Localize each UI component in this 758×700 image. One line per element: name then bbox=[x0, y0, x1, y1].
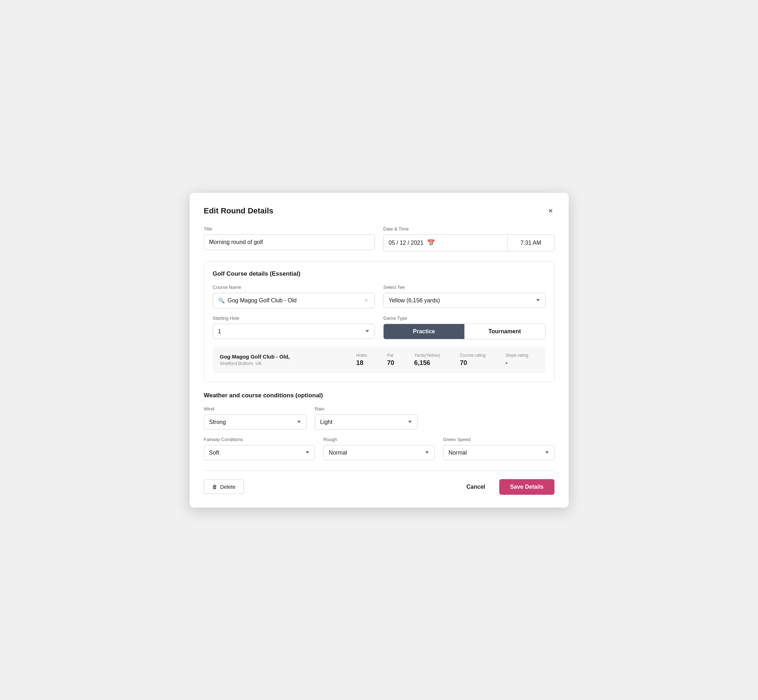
stat-slope-rating: Slope rating - bbox=[495, 353, 538, 367]
course-name-input[interactable] bbox=[228, 293, 363, 308]
starting-hole-dropdown[interactable]: 1 2345 678910 bbox=[213, 324, 375, 339]
course-rating-value: 70 bbox=[460, 359, 467, 367]
course-info-name: Gog Magog Golf Club - Old, Shelford Bott… bbox=[220, 353, 346, 366]
select-tee-label: Select Tee bbox=[383, 284, 545, 290]
weather-row-1: Wind Calm Light Moderate Strong Very Str… bbox=[204, 406, 417, 430]
fairway-wrapper: Soft Normal Hard bbox=[204, 445, 315, 460]
rough-group: Rough Short Normal Long bbox=[324, 437, 434, 460]
rain-wrapper: None Light Moderate Heavy bbox=[315, 414, 417, 430]
game-type-label: Game Type bbox=[383, 316, 545, 321]
stat-par: Par 70 bbox=[377, 353, 404, 367]
fairway-dropdown[interactable]: Soft Normal Hard bbox=[204, 445, 315, 460]
course-name-label: Course Name bbox=[213, 284, 375, 290]
golf-course-section: Golf Course details (Essential) Course N… bbox=[204, 261, 554, 382]
game-type-group: Game Type Practice Tournament bbox=[383, 316, 545, 339]
tournament-button[interactable]: Tournament bbox=[464, 324, 545, 339]
weather-section: Weather and course conditions (optional)… bbox=[204, 392, 554, 460]
course-rating-label: Course rating bbox=[460, 353, 485, 358]
rough-label: Rough bbox=[324, 437, 434, 442]
starting-hole-group: Starting Hole 1 2345 678910 bbox=[213, 316, 375, 339]
weather-title: Weather and course conditions (optional) bbox=[204, 392, 554, 399]
par-label: Par bbox=[387, 353, 394, 358]
rain-label: Rain bbox=[315, 406, 417, 411]
title-field-group: Title bbox=[204, 226, 375, 252]
select-tee-dropdown[interactable]: Yellow (6,156 yards) White Red Blue bbox=[383, 293, 545, 308]
par-value: 70 bbox=[387, 359, 394, 367]
game-type-toggle: Practice Tournament bbox=[383, 324, 545, 339]
green-speed-dropdown[interactable]: Slow Normal Fast bbox=[443, 445, 554, 460]
date-part[interactable]: 05 / 12 / 2021 📅 bbox=[384, 235, 508, 251]
hole-gametype-row: Starting Hole 1 2345 678910 Game Type Pr… bbox=[213, 316, 545, 339]
delete-label: Delete bbox=[220, 484, 236, 490]
green-speed-wrapper: Slow Normal Fast bbox=[443, 445, 554, 460]
date-value: 05 / 12 / 2021 bbox=[388, 240, 423, 246]
green-speed-label: Green Speed bbox=[443, 437, 554, 442]
holes-value: 18 bbox=[356, 359, 363, 367]
modal-header: Edit Round Details × bbox=[204, 206, 554, 216]
yards-value: 6,156 bbox=[414, 359, 430, 367]
wind-wrapper: Calm Light Moderate Strong Very Strong bbox=[204, 414, 306, 430]
course-stats: Holes 18 Par 70 Yards(Yellow) 6,156 Cour… bbox=[346, 353, 539, 367]
trash-icon: 🗑 bbox=[212, 484, 218, 490]
course-name-group: Course Name 🔍 × bbox=[213, 284, 375, 308]
stat-course-rating: Course rating 70 bbox=[450, 353, 495, 367]
wind-label: Wind bbox=[204, 406, 306, 411]
course-name-input-wrapper: 🔍 × bbox=[213, 293, 375, 308]
edit-round-modal: Edit Round Details × Title Date & Time 0… bbox=[190, 193, 568, 508]
stat-yards: Yards(Yellow) 6,156 bbox=[404, 353, 450, 367]
golf-course-title: Golf Course details (Essential) bbox=[213, 270, 545, 277]
clear-course-icon[interactable]: × bbox=[363, 296, 370, 305]
modal-title: Edit Round Details bbox=[204, 206, 274, 216]
wind-group: Wind Calm Light Moderate Strong Very Str… bbox=[204, 406, 306, 430]
fairway-group: Fairway Conditions Soft Normal Hard bbox=[204, 437, 315, 460]
title-label: Title bbox=[204, 226, 375, 231]
save-button[interactable]: Save Details bbox=[499, 479, 554, 495]
datetime-label: Date & Time bbox=[383, 226, 554, 231]
course-location: Shelford Bottom, UK bbox=[220, 361, 346, 366]
date-time-group: 05 / 12 / 2021 📅 7:31 AM bbox=[383, 234, 554, 252]
stat-holes: Holes 18 bbox=[346, 353, 377, 367]
course-info-row: Gog Magog Golf Club - Old, Shelford Bott… bbox=[213, 347, 545, 373]
rough-wrapper: Short Normal Long bbox=[324, 445, 434, 460]
weather-row-2: Fairway Conditions Soft Normal Hard Roug… bbox=[204, 437, 554, 460]
rough-dropdown[interactable]: Short Normal Long bbox=[324, 445, 434, 460]
cancel-button[interactable]: Cancel bbox=[461, 480, 491, 494]
calendar-icon: 📅 bbox=[427, 239, 435, 247]
starting-hole-wrapper: 1 2345 678910 bbox=[213, 324, 375, 339]
footer-right: Cancel Save Details bbox=[461, 479, 554, 495]
yards-label: Yards(Yellow) bbox=[414, 353, 440, 358]
close-button[interactable]: × bbox=[547, 206, 554, 216]
course-main-name: Gog Magog Golf Club - Old, bbox=[220, 353, 346, 359]
title-input[interactable] bbox=[204, 234, 375, 250]
select-tee-group: Select Tee Yellow (6,156 yards) White Re… bbox=[383, 284, 545, 308]
practice-button[interactable]: Practice bbox=[384, 324, 464, 339]
green-speed-group: Green Speed Slow Normal Fast bbox=[443, 437, 554, 460]
time-value: 7:31 AM bbox=[520, 240, 541, 246]
time-part[interactable]: 7:31 AM bbox=[508, 235, 554, 251]
select-tee-wrapper: Yellow (6,156 yards) White Red Blue bbox=[383, 293, 545, 308]
title-datetime-row: Title Date & Time 05 / 12 / 2021 📅 7:31 … bbox=[204, 226, 554, 252]
rain-dropdown[interactable]: None Light Moderate Heavy bbox=[315, 414, 417, 430]
starting-hole-label: Starting Hole bbox=[213, 316, 375, 321]
wind-dropdown[interactable]: Calm Light Moderate Strong Very Strong bbox=[204, 414, 306, 430]
rain-group: Rain None Light Moderate Heavy bbox=[315, 406, 417, 430]
delete-button[interactable]: 🗑 Delete bbox=[204, 480, 244, 494]
slope-rating-label: Slope rating bbox=[505, 353, 528, 358]
course-tee-row: Course Name 🔍 × Select Tee Yellow (6,156… bbox=[213, 284, 545, 308]
datetime-field-group: Date & Time 05 / 12 / 2021 📅 7:31 AM bbox=[383, 226, 554, 252]
holes-label: Holes bbox=[356, 353, 367, 358]
search-icon: 🔍 bbox=[218, 297, 225, 304]
slope-rating-value: - bbox=[505, 359, 507, 367]
fairway-label: Fairway Conditions bbox=[204, 437, 315, 442]
footer-row: 🗑 Delete Cancel Save Details bbox=[204, 470, 554, 495]
